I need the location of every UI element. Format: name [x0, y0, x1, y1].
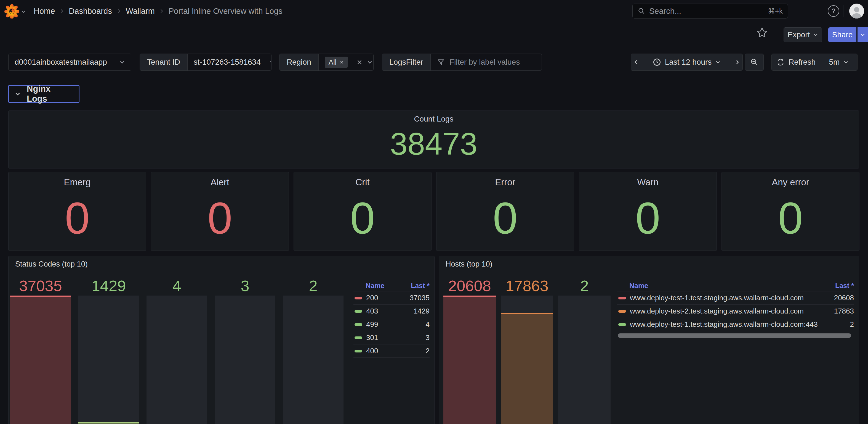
logs-filter-input[interactable]: LogsFilter Filter by label values: [382, 54, 542, 71]
count-logs-value: 38473: [8, 121, 859, 167]
legend-series-value: 4: [426, 320, 430, 329]
legend-series-name[interactable]: www.deploy-test-1.test.staging.aws.walla…: [630, 293, 834, 302]
breadcrumb-dashboards[interactable]: Dashboards: [69, 7, 112, 16]
refresh-button[interactable]: Refresh: [771, 54, 820, 71]
stat-title[interactable]: Crit: [294, 177, 431, 188]
series-color-dash: [618, 310, 626, 313]
legend-horizontal-scrollbar[interactable]: [618, 333, 851, 338]
bar-value-label: 3: [215, 278, 275, 293]
help-button[interactable]: ?: [828, 5, 839, 17]
bar-column: [283, 295, 343, 424]
bar-value-label: 17863: [501, 278, 553, 293]
legend-series-value: 37035: [410, 293, 430, 302]
zoom-out-icon: [750, 58, 759, 66]
legend-row: 20037035: [353, 291, 430, 305]
share-dropdown-button[interactable]: [858, 27, 868, 42]
series-color-dash: [618, 323, 626, 326]
logs-filter-label: LogsFilter: [382, 54, 431, 70]
nginx-logs-section-toggle[interactable]: Nginx Logs: [8, 85, 80, 103]
app-variable-select[interactable]: d0001ainboxatestmailaapp: [8, 54, 131, 71]
stat-title[interactable]: Alert: [151, 177, 288, 188]
legend-series-value: 2: [850, 320, 854, 329]
refresh-interval-value: 5m: [829, 58, 840, 66]
chevron-down-icon: [120, 59, 125, 65]
zoom-out-time-button[interactable]: [745, 54, 764, 71]
breadcrumb: Home Dashboards Wallarm Portal Inline Ov…: [34, 0, 282, 22]
legend-series-name[interactable]: www.deploy-test-1.test.staging.aws.walla…: [630, 320, 850, 329]
bar-column: [501, 295, 553, 424]
tenant-id-select[interactable]: Tenant ID st-107263-1581634: [140, 54, 272, 71]
breadcrumb-wallarm[interactable]: Wallarm: [126, 7, 155, 16]
bar-column: [79, 295, 139, 424]
status-codes-legend: NameLast *200370354031429499430134002: [353, 280, 430, 358]
export-button[interactable]: Export: [783, 27, 822, 42]
bar-value-label: 37035: [10, 278, 71, 293]
star-favorite-button[interactable]: [756, 27, 768, 39]
legend-header-name[interactable]: Name: [353, 282, 411, 290]
section-title: Nginx Logs: [27, 84, 73, 104]
breadcrumb-current-dashboard: Portal Inline Overview with Logs: [168, 7, 282, 16]
search-input[interactable]: Search... ⌘+k: [632, 4, 788, 19]
breadcrumb-separator-icon: [60, 8, 64, 14]
stat-title[interactable]: Warn: [579, 177, 716, 188]
share-button[interactable]: Share: [828, 27, 857, 42]
user-avatar[interactable]: [849, 4, 864, 19]
region-label: Region: [279, 54, 319, 70]
legend-series-value: 2: [426, 347, 430, 355]
stat-title[interactable]: Emerg: [8, 177, 146, 188]
funnel-icon: [437, 58, 445, 66]
legend-series-value: 1429: [413, 307, 430, 315]
stat-panel-warn: Warn0: [579, 172, 717, 251]
legend-header-last[interactable]: Last *: [411, 282, 430, 290]
export-label: Export: [788, 30, 810, 39]
region-tag-all[interactable]: All: [325, 57, 348, 68]
bar-column: [10, 295, 71, 424]
stat-panel-error: Error0: [436, 172, 574, 251]
clear-selection-icon[interactable]: [356, 59, 363, 65]
legend-header-last[interactable]: Last *: [835, 282, 854, 290]
chevron-down-icon: [14, 91, 21, 97]
refresh-label: Refresh: [788, 58, 815, 66]
legend-series-name[interactable]: 200: [366, 293, 410, 302]
hosts-panel: Hosts (top 10) NameLast *www.deploy-test…: [439, 256, 859, 424]
legend-row: 4002: [353, 344, 430, 358]
hosts-legend: NameLast *www.deploy-test-1.test.staging…: [617, 280, 854, 331]
org-switcher-chevron-icon[interactable]: [21, 9, 26, 14]
remove-tag-icon[interactable]: [339, 60, 344, 64]
series-color-dash: [354, 350, 362, 352]
series-color-dash: [618, 296, 626, 300]
tenant-id-value: st-107263-1581634: [194, 58, 261, 66]
dashboard-toolbar: [0, 22, 868, 43]
stat-value: 0: [8, 187, 146, 249]
tenant-id-label: Tenant ID: [140, 54, 188, 70]
series-color-dash: [354, 323, 362, 326]
legend-series-name[interactable]: 403: [366, 307, 413, 315]
legend-header: NameLast *: [617, 280, 854, 291]
stat-title[interactable]: Any error: [722, 177, 859, 188]
legend-series-name[interactable]: www.deploy-test-2.test.staging.aws.walla…: [630, 307, 834, 315]
time-range-picker[interactable]: Last 12 hours: [641, 54, 733, 71]
stat-panel-anyerror: Any error0: [721, 172, 860, 251]
count-logs-panel: Count Logs 38473: [8, 111, 859, 169]
breadcrumb-home[interactable]: Home: [34, 7, 55, 16]
legend-series-name[interactable]: 400: [366, 347, 426, 355]
grafana-logo[interactable]: [4, 4, 19, 19]
search-icon: [638, 7, 645, 15]
refresh-interval-select[interactable]: 5m: [820, 54, 858, 71]
panel-title[interactable]: Hosts (top 10): [445, 260, 493, 268]
legend-header-name[interactable]: Name: [617, 282, 835, 290]
bar-column: [215, 295, 275, 424]
time-range-back-button[interactable]: [631, 54, 641, 71]
time-range-forward-button[interactable]: [732, 54, 743, 71]
legend-row: www.deploy-test-1.test.staging.aws.walla…: [617, 318, 854, 331]
panel-title[interactable]: Status Codes (top 10): [15, 260, 88, 268]
chevron-down-icon: [367, 59, 372, 65]
share-label: Share: [832, 30, 853, 39]
legend-row: www.deploy-test-1.test.staging.aws.walla…: [617, 291, 854, 305]
region-multiselect[interactable]: Region All: [279, 54, 374, 71]
legend-series-name[interactable]: 499: [366, 320, 426, 329]
chevron-down-icon: [860, 32, 865, 37]
legend-series-name[interactable]: 301: [366, 333, 426, 342]
stat-title[interactable]: Error: [436, 177, 574, 188]
legend-row: 3013: [353, 331, 430, 344]
